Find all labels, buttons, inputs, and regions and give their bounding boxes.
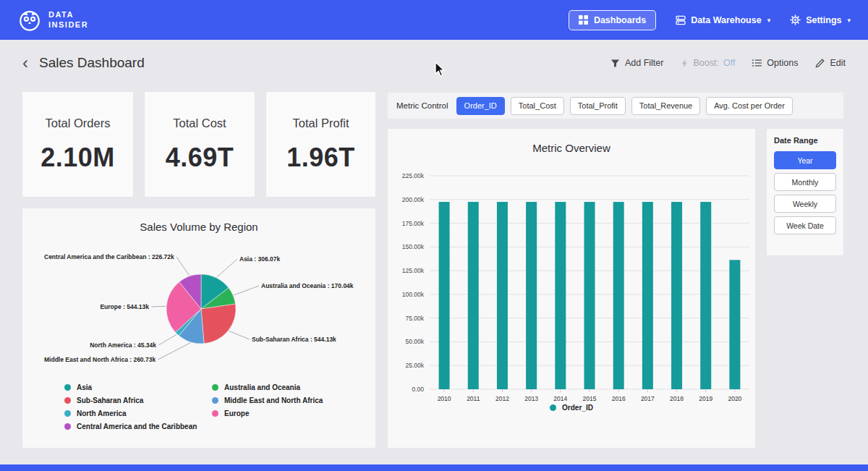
legend-dot [212, 410, 218, 417]
grid-icon [579, 15, 588, 25]
legend-item-north-america[interactable]: North America [64, 410, 212, 417]
date-range-button-weekly[interactable]: Weekly [774, 195, 836, 213]
footer-bar [0, 464, 868, 471]
bar-2013[interactable] [526, 202, 537, 389]
x-tick-label: 2015 [583, 395, 597, 402]
legend-dot [64, 397, 71, 404]
bolt-icon [681, 59, 689, 68]
chevron-down-icon: ▾ [847, 17, 851, 24]
back-button[interactable]: ‹ [22, 54, 28, 72]
kpi-label: Total Profit [293, 116, 349, 130]
y-tick-label: 50.00k [405, 338, 424, 345]
legend-label: Sub-Saharan Africa [77, 396, 143, 404]
date-range-panel: Date Range YearMonthlyWeeklyWeek Date [766, 128, 844, 256]
options-button[interactable]: Options [752, 58, 798, 68]
legend-item-central-america-and-the-caribbean[interactable]: Central America and the Caribbean [64, 423, 212, 430]
date-range-button-year[interactable]: Year [774, 151, 836, 169]
bar-2010[interactable] [439, 202, 450, 389]
kpi-card-total-profit: Total Profit 1.96T [265, 91, 376, 198]
bar-legend-item-order-id[interactable]: Order_ID [550, 404, 593, 412]
page-title: Sales Dashboard [39, 55, 145, 71]
add-filter-label: Add Filter [625, 58, 664, 68]
bar-chart-title: Metric Overview [388, 142, 755, 154]
date-range-button-monthly[interactable]: Monthly [774, 173, 836, 191]
x-tick-label: 2019 [699, 395, 712, 402]
bar-2011[interactable] [468, 202, 479, 389]
legend-label: Europe [224, 410, 249, 417]
y-tick-label: 150.00k [402, 243, 425, 250]
pie-chart-title: Sales Volume by Region [22, 221, 375, 233]
pencil-icon [815, 59, 825, 68]
bar-2014[interactable] [555, 202, 566, 389]
boost-toggle[interactable]: Boost: Off [681, 58, 735, 68]
pie-leader-line [234, 286, 259, 295]
bar-2018[interactable] [671, 202, 682, 389]
y-tick-label: 0.00 [412, 386, 424, 393]
nav-data-warehouse-label: Data Warehouse [691, 15, 761, 25]
list-icon [752, 59, 762, 67]
legend-item-asia[interactable]: Asia [64, 383, 212, 391]
x-tick-label: 2010 [438, 395, 451, 402]
add-filter-button[interactable]: Add Filter [610, 58, 664, 68]
pie-chart[interactable]: Asia : 306.07kAustralia and Oceania : 17… [22, 239, 377, 376]
bar-2019[interactable] [700, 202, 711, 389]
pie-label: Sub-Saharan Africa : 544.13k [252, 336, 336, 343]
metric-button-order-id[interactable]: Order_ID [456, 97, 505, 115]
kpi-label: Total Cost [173, 116, 226, 130]
boost-state: Off [723, 58, 735, 68]
brand-line2: INSIDER [48, 20, 88, 30]
metric-button-total-profit[interactable]: Total_Profit [570, 97, 626, 115]
owl-logo-icon [17, 8, 42, 33]
legend-item-europe[interactable]: Europe [212, 410, 323, 417]
legend-item-australia-and-oceania[interactable]: Australia and Oceania [212, 383, 323, 391]
nav-dashboards-label: Dashboards [594, 15, 646, 25]
bar-chart[interactable]: 225.00k200.00k175.00k150.00k125.00k100.0… [388, 161, 757, 404]
gear-icon [790, 14, 801, 25]
bar-2017[interactable] [642, 202, 653, 389]
brand-line1: DATA [48, 10, 88, 20]
pie-leader-line [176, 257, 190, 276]
nav-settings-button[interactable]: Settings ▾ [790, 14, 851, 25]
metric-control-panel: Metric Control Order_IDTotal_CostTotal_P… [387, 92, 844, 119]
legend-label: Central America and the Caribbean [77, 423, 197, 430]
legend-label: Asia [77, 383, 92, 391]
kpi-value: 4.69T [166, 143, 234, 173]
pie-label: Central America and the Caribbean : 226.… [44, 253, 174, 260]
bar-2016[interactable] [613, 202, 624, 389]
legend-label: Middle East and North Africa [224, 396, 323, 404]
metric-control-label: Metric Control [396, 101, 448, 110]
bar-2020[interactable] [729, 260, 740, 389]
y-tick-label: 225.00k [402, 172, 425, 179]
pie-label: Australia and Oceania : 170.04k [261, 282, 354, 289]
nav-dashboards-button[interactable]: Dashboards [569, 10, 656, 30]
x-tick-label: 2016 [612, 395, 626, 402]
legend-label: Australia and Oceania [224, 383, 300, 391]
database-icon [676, 15, 686, 25]
pie-leader-line [151, 306, 166, 307]
top-navbar: DATA INSIDER Dashboards [0, 0, 868, 40]
pie-slice-sub-saharan-africa[interactable] [201, 304, 236, 344]
bar-2015[interactable] [584, 202, 595, 389]
pie-leader-line [229, 331, 250, 339]
metric-button-total-revenue[interactable]: Total_Revenue [631, 97, 700, 115]
legend-dot [64, 423, 71, 430]
mouse-cursor [433, 61, 447, 77]
y-tick-label: 25.00k [405, 362, 424, 369]
x-tick-label: 2014 [553, 395, 567, 402]
options-label: Options [767, 58, 798, 68]
date-range-button-week-date[interactable]: Week Date [774, 216, 836, 234]
pie-label: North America : 45.34k [90, 341, 156, 349]
x-tick-label: 2013 [524, 395, 538, 402]
edit-button[interactable]: Edit [815, 58, 846, 68]
legend-column: AsiaSub-Saharan AfricaNorth AmericaCentr… [64, 383, 212, 436]
nav-data-warehouse-button[interactable]: Data Warehouse ▾ [676, 15, 770, 25]
bar-chart-card: Metric Overview 225.00k200.00k175.00k150… [387, 128, 756, 449]
nav-settings-label: Settings [806, 15, 841, 25]
metric-button-total-cost[interactable]: Total_Cost [511, 97, 564, 115]
boost-label: Boost: [693, 58, 718, 68]
bar-chart-legend: Order_ID [388, 404, 755, 412]
metric-button-avg-cost-per-order[interactable]: Avg. Cost per Order [706, 97, 793, 115]
legend-item-middle-east-and-north-africa[interactable]: Middle East and North Africa [212, 396, 323, 404]
bar-2012[interactable] [497, 202, 508, 389]
legend-item-sub-saharan-africa[interactable]: Sub-Saharan Africa [64, 396, 212, 404]
